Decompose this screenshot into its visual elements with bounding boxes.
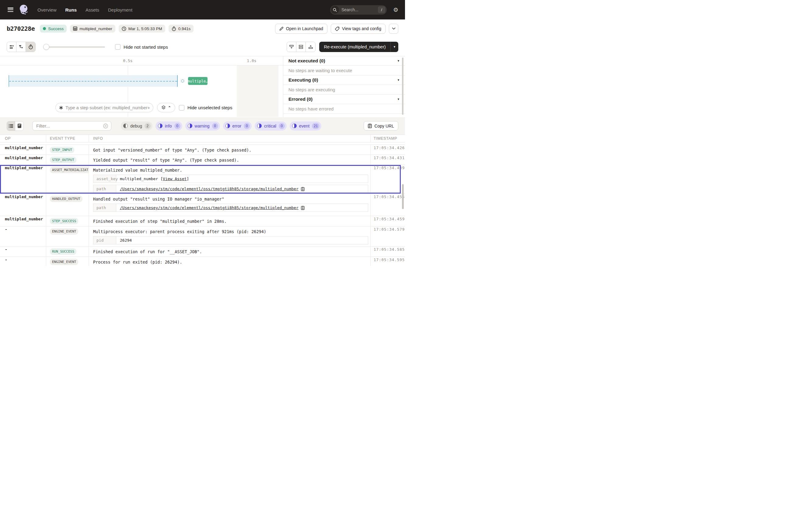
- job-tag[interactable]: multipled_number: [70, 25, 115, 33]
- copy-path-icon[interactable]: [301, 187, 305, 191]
- toggle-icon: [188, 124, 192, 128]
- timestamp[interactable]: 17:05:34.585: [374, 244, 405, 252]
- step-status-panel: Not executed (0)▼No steps are waiting to…: [283, 56, 405, 117]
- gear-icon[interactable]: ⚙: [393, 7, 398, 13]
- gantt-zoom-slider[interactable]: [43, 44, 105, 50]
- grid-icon: [73, 27, 77, 31]
- nav-item-runs[interactable]: Runs: [65, 7, 77, 13]
- op-name: multipled_number: [5, 192, 43, 199]
- nav-item-deployment[interactable]: Deployment: [108, 7, 132, 13]
- log-view-structured-button[interactable]: [15, 122, 23, 131]
- run-header: b270228e Success multipled_number Mar 1,…: [0, 19, 405, 38]
- view-mode-flat-button[interactable]: [7, 42, 16, 52]
- step-status-section-header[interactable]: Not executed (0)▼: [283, 56, 405, 66]
- view-asset-link[interactable]: View Asset: [163, 177, 187, 181]
- dagster-logo-icon[interactable]: [19, 4, 30, 16]
- view-mode-timed-button[interactable]: [26, 42, 35, 52]
- chip-count-badge: 0: [279, 123, 285, 129]
- nav-item-assets[interactable]: Assets: [85, 7, 99, 13]
- event-log-table: OP EVENT TYPE INFO TIMESTAMP multipled_n…: [0, 135, 405, 266]
- step-start-marker-icon: [181, 79, 184, 82]
- section-title: Errored (0): [289, 96, 312, 102]
- header-timestamp: TIMESTAMP: [370, 135, 401, 142]
- metadata-table: path/Users/smackesey/stm/code/elementl/o…: [93, 204, 368, 212]
- log-level-chips: debug2info0warning0error0critical0event2…: [121, 122, 321, 131]
- copy-url-button[interactable]: Copy URL: [363, 121, 398, 131]
- log-filter-input[interactable]: Filter...: [32, 121, 111, 131]
- chip-label: debug: [130, 124, 142, 128]
- metadata-value: multipled_number[View Asset]: [116, 175, 368, 182]
- nav-item-overview[interactable]: Overview: [37, 7, 56, 13]
- view-tags-config-button[interactable]: View tags and config: [331, 24, 386, 34]
- slider-knob[interactable]: [43, 44, 49, 50]
- search-placeholder: Search...: [341, 7, 378, 12]
- search-input[interactable]: Search... /: [330, 5, 387, 15]
- panel-layout-group: [287, 42, 315, 52]
- step-subset-placeholder: Type a step subset (ex: multipled_number…: [65, 105, 150, 110]
- gantt-toolbar: Hide not started steps Re-execute (multi…: [0, 38, 405, 56]
- panel-scrollbar[interactable]: [402, 58, 404, 115]
- reexecute-label: Re-execute (multipled_number): [319, 45, 390, 49]
- timestamp[interactable]: 17:05:34.426: [374, 143, 405, 150]
- toggle-icon: [292, 124, 297, 128]
- metadata-label: path: [93, 185, 116, 193]
- mid-section: 0.5s 1.0s multiple… Type a step subset (…: [0, 56, 405, 117]
- layout-split-panel-button[interactable]: [296, 42, 306, 52]
- reexecute-button[interactable]: Re-execute (multipled_number) ▼: [319, 42, 398, 52]
- hamburger-menu-icon[interactable]: [7, 7, 13, 12]
- layout-bottom-panel-button[interactable]: [306, 42, 315, 52]
- timestamp[interactable]: 17:05:34.455: [374, 192, 405, 199]
- metadata-value-text: 26294: [120, 238, 132, 243]
- step-subset-input[interactable]: Type a step subset (ex: multipled_number…: [55, 103, 153, 112]
- op-name: -: [5, 224, 7, 231]
- event-type-badge: ENGINE_EVENT: [50, 259, 78, 265]
- section-title: Executing (0): [289, 77, 318, 83]
- hide-unselected-checkbox[interactable]: [179, 105, 184, 111]
- table-row: multipled_numberASSET_MATERIALIZAT…Mater…: [0, 165, 405, 194]
- path-link[interactable]: /Users/smackesey/stm/code/elementl/oss/t…: [120, 187, 298, 191]
- reexecute-caret-icon[interactable]: ▼: [391, 45, 398, 48]
- tag-icon: [335, 27, 340, 31]
- step-status-section-body: No steps are executing: [283, 85, 405, 95]
- timestamp[interactable]: 17:05:34.431: [374, 153, 405, 160]
- timestamp[interactable]: 17:05:34.459: [374, 214, 405, 221]
- asterisk-icon: [59, 106, 63, 110]
- log-view-list-button[interactable]: [7, 122, 15, 131]
- metadata-table: asset_keymultipled_number[View Asset]: [93, 175, 368, 183]
- view-mode-waterfall-button[interactable]: [16, 42, 26, 52]
- event-type-badge: STEP_OUTPUT: [50, 157, 76, 163]
- step-status-section-header[interactable]: Executing (0)▼: [283, 76, 405, 85]
- search-shortcut-key: /: [378, 6, 385, 13]
- timeline-tick: 0.5s: [123, 59, 132, 63]
- log-level-chip-warning[interactable]: warning0: [185, 122, 220, 131]
- status-badge: Success: [40, 25, 67, 33]
- hide-not-started-checkbox[interactable]: [115, 44, 120, 50]
- log-level-chip-critical[interactable]: critical0: [255, 122, 287, 131]
- metadata-value: 26294: [116, 237, 368, 244]
- log-level-chip-info[interactable]: info0: [156, 122, 182, 131]
- table-row: -ENGINE_EVENTMultiprocess executor: pare…: [0, 226, 405, 246]
- clear-filter-icon[interactable]: [103, 124, 108, 128]
- layout-top-panel-button[interactable]: [287, 42, 296, 52]
- step-status-section-header[interactable]: Errored (0)▼: [283, 95, 405, 104]
- nav-right: Search... / ⚙: [330, 5, 398, 15]
- open-in-launchpad-button[interactable]: Open in Launchpad: [275, 24, 327, 34]
- timestamp[interactable]: 17:05:34.439: [374, 163, 405, 170]
- copy-path-icon[interactable]: [301, 206, 305, 210]
- log-level-chip-error[interactable]: error0: [223, 122, 252, 131]
- timestamp[interactable]: 17:05:34.579: [374, 224, 405, 231]
- slider-track[interactable]: [43, 46, 105, 48]
- step-bar[interactable]: multiple…: [188, 77, 208, 85]
- table-scrollbar[interactable]: [402, 184, 404, 209]
- clock-icon: [122, 27, 126, 31]
- timestamp[interactable]: 17:05:34.595: [374, 255, 405, 262]
- path-link[interactable]: /Users/smackesey/stm/code/elementl/oss/t…: [120, 206, 298, 210]
- graph-query-toggle-button[interactable]: ⌃: [157, 103, 175, 112]
- event-info-text: Finished execution of run for "__ASSET_J…: [93, 246, 370, 255]
- log-level-chip-debug[interactable]: debug2: [121, 122, 152, 131]
- log-level-chip-event[interactable]: event21: [290, 122, 322, 131]
- run-header-more-button[interactable]: [389, 24, 398, 34]
- run-id: b270228e: [7, 25, 35, 32]
- op-name: -: [5, 255, 7, 262]
- partial-row: [0, 142, 405, 145]
